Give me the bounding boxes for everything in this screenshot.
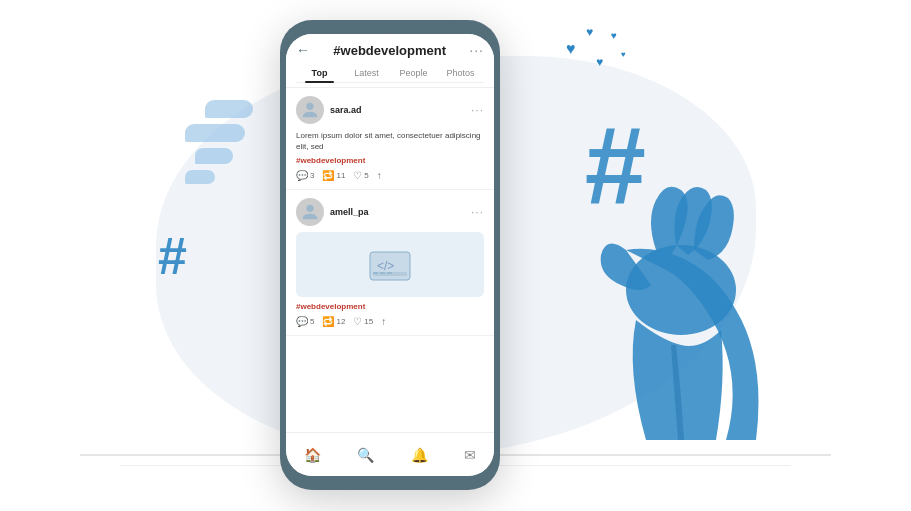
nav-notification-icon[interactable]: 🔔 [411,447,428,463]
post-1-more-button[interactable]: ··· [471,103,484,117]
post-1-comment[interactable]: 💬 3 [296,170,314,181]
post-2-like[interactable]: ♡ 15 [353,316,373,327]
post-2-more-button[interactable]: ··· [471,205,484,219]
chat-bubble-2 [185,124,245,142]
heart-icon-2: ♥ [566,40,576,58]
comment-count-2: 5 [310,317,314,326]
post-2-share[interactable]: ↑ [381,316,386,327]
like-count-2: 15 [364,317,373,326]
post-2-actions: 💬 5 🔁 12 ♡ 15 ↑ [296,316,484,327]
svg-rect-6 [373,272,378,274]
heart-icon-4: ♥ [596,55,603,69]
chat-bubble-1 [205,100,253,118]
svg-point-1 [306,103,313,110]
tab-photos[interactable]: Photos [437,64,484,82]
heart-icon-5: ♥ [621,50,626,59]
share-icon: ↑ [377,170,382,181]
post-2-retweet[interactable]: 🔁 12 [322,316,345,327]
tab-people[interactable]: People [390,64,437,82]
post-2: amell_pa ··· </> [286,190,494,336]
chat-bubble-4 [185,170,215,184]
retweet-icon: 🔁 [322,170,334,181]
heart-icon-3: ♥ [611,30,617,41]
tab-top[interactable]: Top [296,64,343,82]
nav-search-icon[interactable]: 🔍 [357,447,374,463]
phone-content: sara.ad ··· Lorem ipsum dolor sit amet, … [286,88,494,440]
like-icon-2: ♡ [353,316,362,327]
svg-point-0 [626,245,736,335]
retweet-count: 11 [336,171,345,180]
back-button[interactable]: ← [296,42,310,58]
nav-message-icon[interactable]: ✉ [464,447,476,463]
like-icon: ♡ [353,170,362,181]
svg-rect-7 [380,272,385,274]
post-1-like[interactable]: ♡ 5 [353,170,368,181]
search-tabs: Top Latest People Photos [296,62,484,83]
retweet-count-2: 12 [336,317,345,326]
like-count: 5 [364,171,368,180]
post-2-image: </> [296,232,484,297]
comment-icon-2: 💬 [296,316,308,327]
chat-bubbles [185,100,253,190]
phone-header: ← #webdevelopment ··· Top Latest People … [286,34,494,88]
comment-count: 3 [310,171,314,180]
header-title: #webdevelopment [310,43,469,58]
svg-rect-8 [387,272,392,274]
post-1-actions: 💬 3 🔁 11 ♡ 5 ↑ [296,170,484,181]
post-2-comment[interactable]: 💬 5 [296,316,314,327]
username-amell: amell_pa [330,207,471,217]
avatar-sara [296,96,324,124]
post-1-hashtag[interactable]: #webdevelopment [296,156,484,165]
share-icon-2: ↑ [381,316,386,327]
chat-bubble-3 [195,148,233,164]
header-more-button[interactable]: ··· [469,42,484,58]
svg-text:</>: </> [377,259,394,273]
post-1: sara.ad ··· Lorem ipsum dolor sit amet, … [286,88,494,190]
tab-latest[interactable]: Latest [343,64,390,82]
post-1-text: Lorem ipsum dolor sit amet, consectetuer… [296,130,484,152]
phone-screen: ← #webdevelopment ··· Top Latest People … [286,34,494,476]
username-sara: sara.ad [330,105,471,115]
retweet-icon-2: 🔁 [322,316,334,327]
nav-home-icon[interactable]: 🏠 [304,447,321,463]
bottom-nav: 🏠 🔍 🔔 ✉ [286,432,494,476]
phone: ← #webdevelopment ··· Top Latest People … [280,20,500,490]
left-hashtag-decoration: # [158,230,187,282]
hand-illustration [526,90,826,440]
comment-icon: 💬 [296,170,308,181]
post-1-share[interactable]: ↑ [377,170,382,181]
main-scene: # ♥ ♥ ♥ ♥ ♥ # [0,0,911,511]
svg-point-2 [306,205,313,212]
avatar-amell [296,198,324,226]
post-2-hashtag[interactable]: #webdevelopment [296,302,484,311]
heart-icon-1: ♥ [586,25,593,39]
post-1-retweet[interactable]: 🔁 11 [322,170,345,181]
